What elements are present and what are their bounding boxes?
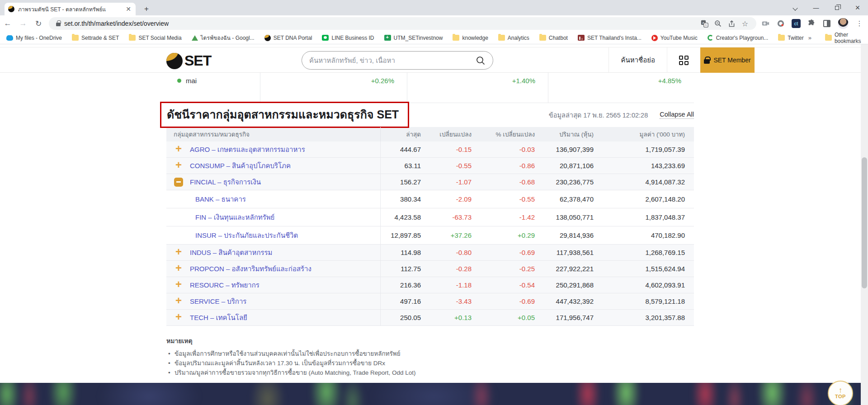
sector-name-link[interactable]: SERVICE – บริการ	[190, 296, 246, 307]
expander-icon[interactable]	[174, 313, 184, 323]
mai-status-dot-icon	[177, 79, 181, 83]
site-search[interactable]	[302, 51, 493, 70]
bookmark-icon	[384, 35, 391, 41]
tab-close-icon[interactable]: ✕	[125, 5, 132, 13]
change-pct-value: -0.03	[481, 141, 544, 157]
table-row[interactable]: PROPCON – อสังหาริมทรัพย์และก่อสร้าง 112…	[166, 261, 694, 277]
table-row[interactable]: INSUR – ประกันภัยและประกันชีวิต 12,897.8…	[166, 226, 694, 245]
share-icon[interactable]	[725, 19, 738, 28]
bookmark-item[interactable]: UTM_SETinvestnow	[384, 35, 443, 41]
bookmark-item[interactable]: Twitter	[778, 35, 803, 41]
sector-name-link[interactable]: AGRO – เกษตรและอุตสาหกรรมอาหาร	[190, 144, 305, 155]
sector-name-link[interactable]: BANK – ธนาคาร	[195, 194, 246, 205]
mai-index-row[interactable]: mai +0.26%+1.40%+4.85%	[166, 73, 694, 103]
apps-grid-button[interactable]	[667, 47, 700, 73]
translate-icon[interactable]: aก	[698, 19, 711, 28]
back-to-top-button[interactable]: ↑ TOP	[828, 381, 853, 405]
menu-kebab-icon[interactable]: ⋮	[855, 19, 864, 28]
sector-name-link[interactable]: TECH – เทคโนโลยี	[190, 312, 247, 323]
browser-tab[interactable]: ภาพรวมดัชนี SET - ตลาดหลักทรัพย์แ ✕	[5, 3, 136, 15]
table-row[interactable]: TECH – เทคโนโลยี 250.05 +0.13 +0.05 171,…	[166, 310, 694, 326]
site-search-input[interactable]	[309, 57, 476, 64]
expander-icon[interactable]	[174, 145, 184, 155]
search-icon[interactable]	[476, 56, 486, 66]
change-pct-value: -0.69	[481, 245, 544, 260]
ct-extension-icon[interactable]: ct	[792, 19, 801, 28]
close-button[interactable]: ×	[847, 3, 868, 13]
bookmark-item[interactable]: Settrade & SET	[72, 35, 119, 41]
sector-table-body: AGRO – เกษตรและอุตสาหกรรมอาหาร 444.67 -0…	[166, 141, 694, 326]
collapse-all-link[interactable]: Collapse All	[660, 111, 694, 119]
bookmark-item[interactable]: SET Thailand's Insta...	[578, 35, 642, 41]
other-bookmarks-button[interactable]: Other bookmarks	[825, 32, 861, 44]
sidebar-extension-icon[interactable]	[822, 19, 831, 28]
sector-name-link[interactable]: INDUS – สินค้าอุตสาหกรรม	[190, 247, 273, 258]
bookmark-item[interactable]: LINE Business ID	[322, 35, 374, 41]
bookmark-item[interactable]: Chatbot	[539, 35, 568, 41]
last-value: 250.05	[380, 310, 430, 325]
bookmark-item[interactable]: SET DNA Portal	[264, 35, 312, 41]
table-row[interactable]: INDUS – สินค้าอุตสาหกรรม 114.98 -0.80 -0…	[166, 245, 694, 261]
expander-icon[interactable]	[174, 161, 184, 171]
bookmark-icon	[498, 35, 505, 41]
back-button[interactable]: ←	[0, 19, 15, 28]
expander-icon[interactable]	[174, 297, 184, 306]
bookmark-item[interactable]: Analytics	[498, 35, 529, 41]
volume-value: 20,871,106	[544, 158, 603, 174]
table-row[interactable]: AGRO – เกษตรและอุตสาหกรรมอาหาร 444.67 -0…	[166, 141, 694, 158]
expander-icon[interactable]	[174, 178, 183, 187]
zoom-find-icon[interactable]	[711, 19, 725, 28]
sector-name-link[interactable]: FIN – เงินทุนและหลักทรัพย์	[195, 212, 274, 223]
table-header-row: กลุ่มอุตสาหกรรม/หมวดธุรกิจ ล่าสุด เปลี่ย…	[166, 127, 694, 141]
expander-icon[interactable]	[174, 264, 184, 274]
bookmark-star-icon[interactable]: ☆	[738, 19, 752, 28]
minimize-button[interactable]: —	[806, 5, 826, 11]
sector-name-link[interactable]: RESOURC – ทรัพยากร	[190, 280, 259, 291]
bookmarks-overflow-chevron[interactable]: »	[808, 34, 811, 41]
footer-market-banner	[0, 383, 868, 405]
table-row[interactable]: BANK – ธนาคาร 380.34 -2.09 -0.55 62,378,…	[166, 190, 694, 208]
reload-button[interactable]: ↻	[31, 19, 46, 28]
expander-icon[interactable]	[174, 280, 184, 290]
meet-extension-icon[interactable]	[776, 19, 785, 28]
sector-index-table: กลุ่มอุตสาหกรรม/หมวดธุรกิจ ล่าสุด เปลี่ย…	[166, 127, 694, 326]
bookmark-item[interactable]: YouTube Music	[651, 35, 698, 41]
address-bar[interactable]: set.or.th/th/market/index/set/overview a…	[49, 17, 756, 30]
set-member-button[interactable]: SET Member	[700, 47, 755, 73]
ticker-lookup-button[interactable]: ค้นหาชื่อย่อ	[609, 47, 667, 73]
https-lock-icon[interactable]	[56, 23, 61, 26]
bookmark-item[interactable]: ไดรฟ์ของฉัน - Googl...	[192, 33, 255, 42]
table-row[interactable]: FIN – เงินทุนและหลักทรัพย์ 4,423.58 -63.…	[166, 208, 694, 226]
table-row[interactable]: CONSUMP – สินค้าอุปโภคบริโภค 63.11 -0.55…	[166, 158, 694, 174]
restore-button[interactable]	[826, 5, 847, 11]
new-tab-button[interactable]: +	[141, 4, 152, 14]
mai-label[interactable]: mai	[186, 77, 197, 85]
sector-name-link[interactable]: PROPCON – อสังหาริมทรัพย์และก่อสร้าง	[190, 264, 311, 274]
mai-change-value: +0.26%	[260, 73, 407, 103]
profile-avatar[interactable]	[838, 18, 849, 29]
bookmark-icon	[72, 35, 79, 41]
sector-name-link[interactable]: FINCIAL – ธุรกิจการเงิน	[190, 177, 261, 188]
table-row[interactable]: FINCIAL – ธุรกิจการเงิน 156.27 -1.07 -0.…	[166, 174, 694, 190]
sector-name-link[interactable]: INSUR – ประกันภัยและประกันชีวิต	[195, 230, 298, 241]
tab-search-chevron-icon[interactable]	[785, 5, 806, 11]
bookmarks-list: My files - OneDrive Settrade & SET SET S…	[6, 33, 804, 42]
forward-button[interactable]: →	[15, 19, 31, 28]
page-scrollbar[interactable]	[861, 44, 868, 405]
bookmark-item[interactable]: Creator's Playgroun...	[708, 35, 769, 41]
bookmark-item[interactable]: knowledge	[453, 35, 488, 41]
table-row[interactable]: RESOURC – ทรัพยากร 216.36 -1.18 -0.54 25…	[166, 277, 694, 293]
url-text[interactable]: set.or.th/th/market/index/set/overview	[64, 20, 698, 27]
expander-icon[interactable]	[174, 248, 184, 258]
apps-grid-icon	[679, 56, 689, 65]
scrollbar-thumb[interactable]	[862, 157, 867, 288]
extensions-puzzle-icon[interactable]	[807, 19, 816, 28]
set-logo[interactable]: SET	[166, 52, 211, 69]
table-row[interactable]: SERVICE – บริการ 497.16 -3.43 -0.69 447,…	[166, 293, 694, 310]
bookmark-item[interactable]: SET Social Media	[129, 35, 181, 41]
col-header-change-pct: % เปลี่ยนแปลง	[481, 127, 544, 141]
bookmark-icon	[578, 35, 585, 41]
sector-name-link[interactable]: CONSUMP – สินค้าอุปโภคบริโภค	[190, 160, 291, 171]
camera-extension-icon[interactable]	[761, 19, 770, 28]
bookmark-item[interactable]: My files - OneDrive	[6, 35, 62, 41]
